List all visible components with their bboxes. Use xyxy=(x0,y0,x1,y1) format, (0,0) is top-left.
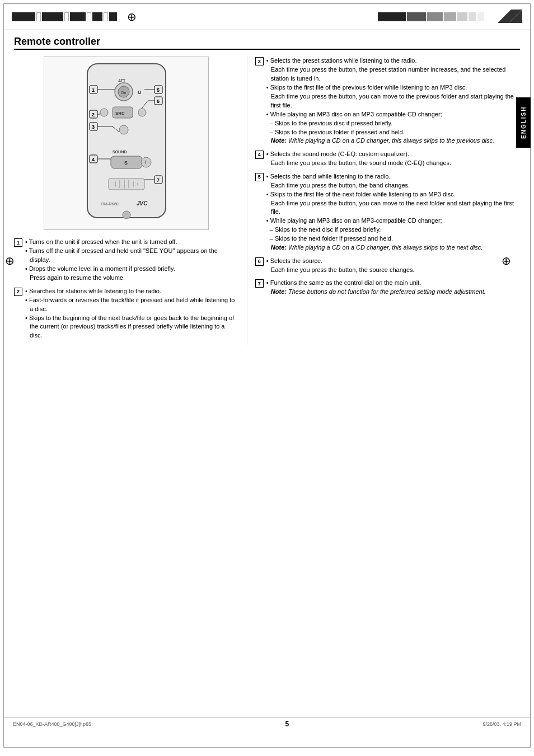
two-column-layout: ATT On U R SRC F xyxy=(14,57,520,345)
svg-text:JVC: JVC xyxy=(137,200,148,206)
svg-text:6: 6 xyxy=(157,98,160,104)
item-2-bullet-1: Searches for stations while listening to… xyxy=(25,287,239,296)
item-5: 5 Selects the band while listening to th… xyxy=(255,172,520,252)
item-5-content: Selects the band while listening to the … xyxy=(266,172,520,252)
svg-text:+: + xyxy=(144,158,148,166)
left-column: ATT On U R SRC F xyxy=(14,57,247,345)
item-3-sub-1: Skips to the previous disc if pressed br… xyxy=(266,119,520,128)
item-1-bullet-3: Drops the volume level in a moment if pr… xyxy=(25,265,239,283)
item-2-bullet-2: Fast-forwards or reverses the track/file… xyxy=(25,296,239,314)
left-blocks xyxy=(12,12,117,21)
svg-text:5: 5 xyxy=(157,87,160,93)
item-4-content: Selects the sound mode (C-EQ: custom equ… xyxy=(266,150,520,168)
item-3-content: Selects the preset stations while listen… xyxy=(266,57,520,145)
item-3-bullet-3: While playing an MP3 disc on an MP3-comp… xyxy=(266,110,520,119)
rbar-1 xyxy=(378,12,406,21)
item-3-bullet-2: Skips to the first file of the previous … xyxy=(266,83,520,110)
item-4-number: 4 xyxy=(255,151,264,159)
item-1-bullet-1: Turns on the unit if pressed when the un… xyxy=(25,238,239,247)
bar-block-2 xyxy=(36,12,41,21)
item-3-bullet-1: Selects the preset stations while listen… xyxy=(266,57,520,83)
item-5-bullet-2: Skips to the first file of the next fold… xyxy=(266,190,520,217)
svg-text:SOUND: SOUND xyxy=(113,150,127,154)
item-7-bullet-1: Functions the same as the control dial o… xyxy=(266,279,520,288)
bottom-date: 9/26/03, 4:19 PM xyxy=(483,721,521,727)
rbar-2 xyxy=(407,12,426,21)
svg-text:4: 4 xyxy=(92,157,95,162)
section-title: Remote controller xyxy=(14,36,520,50)
english-sidebar-label: ENGLISH xyxy=(516,97,531,148)
item-5-sub-1: Skips to the next disc if pressed briefl… xyxy=(266,226,520,234)
svg-text:1: 1 xyxy=(92,87,95,93)
svg-text:)): )) xyxy=(512,18,516,23)
svg-rect-23 xyxy=(109,179,144,190)
bar-block-4 xyxy=(64,12,69,21)
item-3-number: 3 xyxy=(255,57,264,65)
item-4: 4 Selects the sound mode (C-EQ: custom e… xyxy=(255,150,520,168)
bar-block-8 xyxy=(104,12,108,21)
item-5-number: 5 xyxy=(255,173,264,181)
item-1-number: 1 xyxy=(14,238,22,247)
item-6-content: Selects the source.Each time you press t… xyxy=(266,257,520,275)
bar-block-1 xyxy=(12,12,35,21)
item-4-bullet-1: Selects the sound mode (C-EQ: custom equ… xyxy=(266,150,520,168)
svg-point-32 xyxy=(123,211,130,219)
item-7: 7 Functions the same as the control dial… xyxy=(255,279,520,296)
remote-svg: ATT On U R SRC F xyxy=(59,61,194,226)
right-column: 3 Selects the preset stations while list… xyxy=(247,57,520,345)
item-6: 6 Selects the source.Each time you press… xyxy=(255,257,520,275)
rbar-5 xyxy=(457,12,467,21)
rbar-3 xyxy=(427,12,443,21)
svg-text:3: 3 xyxy=(92,124,95,130)
bar-block-5 xyxy=(70,12,86,21)
item-2-content: Searches for stations while listening to… xyxy=(25,287,239,341)
item-5-bullet-3: While playing an MP3 disc on an MP3-comp… xyxy=(266,217,520,226)
item-5-sub-2: Skips to the next folder if pressed and … xyxy=(266,234,520,243)
item-7-content: Functions the same as the control dial o… xyxy=(266,279,520,296)
right-blocks xyxy=(378,12,484,21)
item-7-note: Note: These buttons do not function for … xyxy=(266,288,520,296)
item-3-sub-2: Skips to the previous folder if pressed … xyxy=(266,128,520,137)
item-2: 2 Searches for stations while listening … xyxy=(14,287,239,341)
rbar-6 xyxy=(469,12,476,21)
svg-text:S: S xyxy=(124,160,128,166)
item-5-bullet-1: Selects the band while listening to the … xyxy=(266,172,520,190)
content-area: Remote controller ATT O xyxy=(4,30,530,378)
rbar-7 xyxy=(477,12,484,21)
item-1-bullet-2: Turns off the unit if pressed and held u… xyxy=(25,247,239,265)
item-3-note: Note: While playing a CD on a CD changer… xyxy=(266,137,520,145)
bar-block-7 xyxy=(92,12,102,21)
bottom-filename: EN04-06_KD-AR400_G400[J]f.p65 xyxy=(13,721,91,727)
jvc-logo: )) xyxy=(495,7,522,26)
svg-text:U: U xyxy=(138,90,142,95)
bar-block-9 xyxy=(109,12,117,21)
right-compass-icon: ⊕ xyxy=(502,254,511,267)
item-1: 1 Turns on the unit if pressed when the … xyxy=(14,238,239,283)
item-6-bullet-1: Selects the source.Each time you press t… xyxy=(266,257,520,275)
bottom-bar: EN04-06_KD-AR400_G400[J]f.p65 5 9/26/03,… xyxy=(4,717,530,730)
compass-icon-left: ⊕ xyxy=(127,10,137,24)
item-2-number: 2 xyxy=(14,288,22,296)
item-1-content: Turns on the unit if pressed when the un… xyxy=(25,238,239,283)
header-stripe: ⊕ )) xyxy=(4,4,530,30)
rbar-4 xyxy=(444,12,456,21)
item-6-number: 6 xyxy=(255,257,264,266)
svg-text:RM-RK60: RM-RK60 xyxy=(101,202,119,206)
svg-text:7: 7 xyxy=(157,177,160,183)
item-7-number: 7 xyxy=(255,279,264,288)
svg-point-16 xyxy=(119,125,128,134)
svg-point-13 xyxy=(100,109,108,116)
item-5-note: Note: While playing a CD on a CD changer… xyxy=(266,243,520,252)
svg-text:On: On xyxy=(121,91,126,95)
svg-point-14 xyxy=(138,109,146,116)
bar-block-6 xyxy=(87,12,91,21)
page-number: 5 xyxy=(285,720,289,728)
svg-text:ATT: ATT xyxy=(118,79,126,83)
bar-block-3 xyxy=(42,12,63,21)
svg-text:SRC: SRC xyxy=(115,111,125,116)
item-2-bullet-3: Skips to the beginning of the next track… xyxy=(25,314,239,341)
remote-diagram: ATT On U R SRC F xyxy=(44,57,209,230)
item-3: 3 Selects the preset stations while list… xyxy=(255,57,520,145)
left-compass-icon: ⊕ xyxy=(5,254,15,267)
svg-text:2: 2 xyxy=(92,112,95,118)
